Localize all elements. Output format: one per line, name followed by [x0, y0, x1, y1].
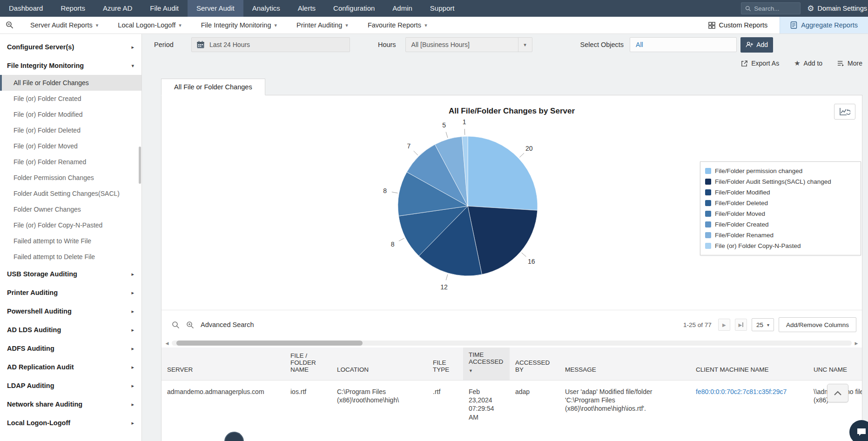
sidebar-item-powershell-auditing[interactable]: Powershell Auditing▸ [0, 302, 141, 321]
client-machine-link[interactable]: fe80:0:0:0:70c2:7c81:c35f:29c7 [696, 388, 787, 395]
nav-tab-admin[interactable]: Admin [384, 0, 421, 17]
column-header-file-folder-name[interactable]: FILE / FOLDER NAME [285, 347, 331, 381]
period-label: Period [154, 41, 174, 48]
table-horizontal-scroll: ◀ ▶ [161, 339, 862, 347]
scroll-right-icon[interactable]: ▶ [854, 340, 859, 346]
advanced-search-icon[interactable] [186, 321, 194, 329]
legend-item-file-folder-renamed[interactable]: File/Folder Renamed [705, 230, 856, 241]
nav-tab-support[interactable]: Support [421, 0, 464, 17]
sidebar-item-failed-attempt-to-delete-file[interactable]: Failed attempt to Delete File [0, 249, 141, 265]
table-controls: Advanced Search 1-25 of 77 ▶ ▶ 25 ▾ Add/… [161, 310, 862, 339]
legend-item-file-folder-deleted[interactable]: File/Folder Deleted [705, 198, 856, 208]
column-header-time-accessed[interactable]: TIME ACCESSED▼ [463, 347, 510, 381]
period-picker[interactable]: Last 24 Hours [191, 37, 350, 52]
sidebar-item-file-or-folder-renamed[interactable]: File (or) Folder Renamed [0, 154, 141, 170]
menu-item-file-integrity-monitoring[interactable]: File Integrity Monitoring▾ [191, 21, 287, 29]
last-page-button[interactable]: ▶ [735, 319, 747, 331]
page-size-select[interactable]: 25 ▾ [752, 318, 774, 331]
chevron-right-icon: ▸ [131, 401, 134, 408]
sidebar-item-printer-auditing[interactable]: Printer Auditing▸ [0, 283, 141, 302]
legend-item-file-folder-modified[interactable]: File/Folder Modified [705, 187, 856, 198]
global-search-box[interactable] [741, 2, 801, 14]
hours-select[interactable]: All [Business Hours] ▾ [405, 37, 532, 52]
sidebar-item-configured-server-s[interactable]: Configured Server(s)▸ [0, 38, 141, 56]
sidebar-item-file-or-folder-copy-n-pasted[interactable]: File (or) Folder Copy-N-Pasted [0, 217, 141, 233]
reports-sidebar: Configured Server(s)▸File Integrity Moni… [0, 34, 142, 441]
scrollbar-thumb[interactable] [176, 341, 363, 346]
sidebar-item-file-or-folder-deleted[interactable]: File (or) Folder Deleted [0, 122, 141, 138]
scroll-left-icon[interactable]: ◀ [164, 340, 170, 346]
domain-settings-button[interactable]: ⚙ Domain Settings [807, 4, 868, 13]
nav-tab-configuration[interactable]: Configuration [324, 0, 384, 17]
column-header-label: TIME ACCESSED [469, 351, 503, 365]
export-as-button[interactable]: Export As [741, 60, 779, 67]
nav-tab-azure-ad[interactable]: Azure AD [94, 0, 141, 17]
nav-tab-server-audit[interactable]: Server Audit [188, 0, 243, 17]
nav-tab-file-audit[interactable]: File Audit [141, 0, 188, 17]
pie-value-label: 12 [440, 283, 448, 291]
scrollbar-track[interactable] [172, 341, 852, 346]
advanced-search-link[interactable]: Advanced Search [201, 321, 254, 328]
column-header-location[interactable]: LOCATION [331, 347, 427, 381]
custom-reports-button[interactable]: Custom Reports [696, 17, 780, 33]
sidebar-item-folder-audit-setting-changes-sacl[interactable]: Folder Audit Setting Changes(SACL) [0, 186, 141, 201]
triangle-right-icon: ▶ [722, 322, 726, 327]
calendar-icon [196, 40, 205, 49]
select-objects-input[interactable]: All [630, 37, 737, 52]
column-header-client-machine-name[interactable]: CLIENT MACHINE NAME [690, 347, 808, 381]
report-search-icon[interactable] [6, 21, 14, 29]
sidebar-item-folder-permission-changes[interactable]: Folder Permission Changes [0, 170, 141, 186]
nav-tab-alerts[interactable]: Alerts [289, 0, 324, 17]
more-actions-button[interactable]: More [837, 60, 862, 67]
menu-item-local-logon-logoff[interactable]: Local Logon-Logoff▾ [108, 21, 191, 29]
sidebar-item-ad-replication-audit[interactable]: AD Replication Audit▸ [0, 358, 141, 376]
chart-type-refresh-button[interactable] [834, 104, 855, 120]
add-to-favourites-button[interactable]: ★ Add to [794, 59, 822, 67]
menu-item-favourite-reports[interactable]: Favourite Reports▾ [358, 21, 437, 29]
sidebar-item-file-or-folder-moved[interactable]: File (or) Folder Moved [0, 138, 141, 154]
report-panel: All File/Folder Changes by Server 201612… [161, 95, 862, 441]
column-header-accessed-by[interactable]: ACCESSED BY [510, 347, 559, 381]
sidebar-item-adfs-auditing[interactable]: ADFS Auditing▸ [0, 339, 141, 358]
pie-label-line [399, 238, 404, 241]
legend-item-file-or-folder-copy-n-pasted[interactable]: File (or) Folder Copy-N-Pasted [705, 241, 856, 251]
scroll-to-top-button[interactable] [827, 384, 848, 402]
sidebar-item-network-share-auditing[interactable]: Network share Auditing▸ [0, 395, 141, 414]
legend-item-file-folder-created[interactable]: File/Folder Created [705, 219, 856, 230]
sidebar-item-file-integrity-monitoring[interactable]: File Integrity Monitoring▾ [0, 56, 141, 75]
column-header-server[interactable]: SERVER [161, 347, 285, 381]
sidebar-scrollbar[interactable] [139, 147, 141, 184]
sidebar-item-all-file-or-folder-changes[interactable]: All File or Folder Changes [0, 75, 141, 91]
column-search-icon[interactable] [172, 321, 180, 329]
menu-item-printer-auditing[interactable]: Printer Auditing▾ [287, 21, 358, 29]
legend-item-file-folder-moved[interactable]: File/Folder Moved [705, 208, 856, 219]
sidebar-item-failed-attempt-to-write-file[interactable]: Failed attempt to Write File [0, 233, 141, 249]
search-input[interactable] [754, 5, 794, 12]
add-objects-button[interactable]: Add [740, 37, 773, 53]
next-page-button[interactable]: ▶ [718, 319, 730, 331]
nav-tab-dashboard[interactable]: Dashboard [0, 0, 52, 17]
tab-all-file-or-folder-changes[interactable]: All File or Folder Changes [161, 79, 265, 95]
sidebar-item-label: File (or) Folder Deleted [13, 127, 81, 134]
table-row[interactable]: admandemo.admanagerplus.comios.rtfC:\Pro… [161, 381, 862, 428]
menubar-items: Server Audit Reports▾Local Logon-Logoff▾… [20, 21, 437, 29]
nav-tab-analytics[interactable]: Analytics [243, 0, 289, 17]
sidebar-item-file-or-folder-created[interactable]: File (or) Folder Created [0, 91, 141, 107]
legend-item-file-folder-audit-settings-sacl-changed[interactable]: File/Folder Audit Settings(SACL) changed [705, 176, 856, 187]
sidebar-item-file-or-folder-modified[interactable]: File (or) Folder Modified [0, 107, 141, 122]
column-header-file-type[interactable]: FILE TYPE [427, 347, 463, 381]
sort-desc-icon[interactable]: ▼ [469, 368, 504, 373]
sidebar-item-label: All File or Folder Changes [13, 79, 89, 87]
legend-item-file-folder-permission-changed[interactable]: File/Folder permission changed [705, 166, 856, 176]
menu-item-server-audit-reports[interactable]: Server Audit Reports▾ [20, 21, 108, 29]
sidebar-item-local-logon-logoff[interactable]: Local Logon-Logoff▸ [0, 414, 141, 432]
column-header-message[interactable]: MESSAGE [559, 347, 690, 381]
nav-tab-reports[interactable]: Reports [52, 0, 94, 17]
sidebar-item-folder-owner-changes[interactable]: Folder Owner Changes [0, 201, 141, 217]
sidebar-item-ldap-auditing[interactable]: LDAP Auditing▸ [0, 376, 141, 395]
sidebar-item-usb-storage-auditing[interactable]: USB Storage Auditing▸ [0, 265, 141, 283]
sidebar-item-ad-lds-auditing[interactable]: AD LDS Auditing▸ [0, 321, 141, 339]
add-remove-columns-button[interactable]: Add/Remove Columns [779, 317, 856, 332]
column-header-unc-name[interactable]: UNC NAME [808, 347, 862, 381]
aggregate-reports-button[interactable]: Aggregate Reports [780, 17, 868, 33]
